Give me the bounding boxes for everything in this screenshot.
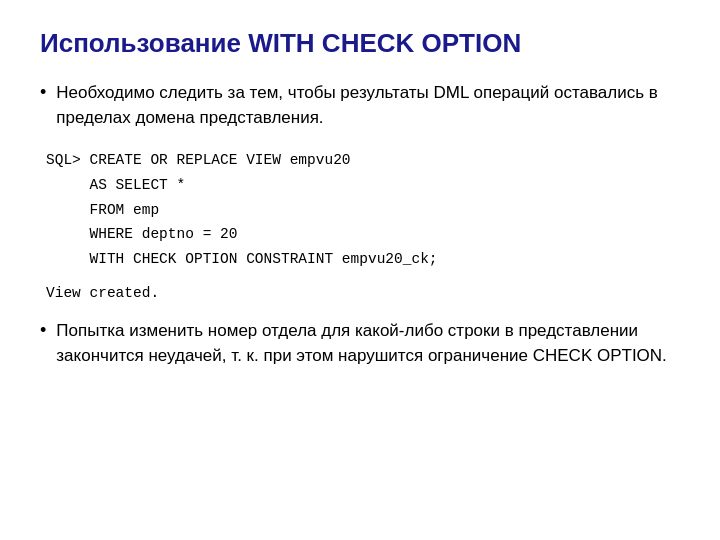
code-line-4: WHERE deptno = 20	[46, 222, 680, 247]
slide: Использование WITH CHECK OPTION • Необхо…	[0, 0, 720, 540]
code-line-1: SQL> CREATE OR REPLACE VIEW empvu20	[46, 148, 680, 173]
bullet-item-1: • Необходимо следить за тем, чтобы резул…	[40, 81, 680, 130]
bullet-icon-2: •	[40, 320, 46, 341]
code-line-3: FROM emp	[46, 198, 680, 223]
content-area: • Необходимо следить за тем, чтобы резул…	[40, 81, 680, 381]
bullet-text-1: Необходимо следить за тем, чтобы результ…	[56, 81, 680, 130]
code-block: SQL> CREATE OR REPLACE VIEW empvu20 AS S…	[40, 148, 680, 271]
code-line-2: AS SELECT *	[46, 173, 680, 198]
view-created-text: View created.	[40, 285, 680, 301]
bullet-icon-1: •	[40, 82, 46, 103]
slide-title: Использование WITH CHECK OPTION	[40, 28, 680, 59]
bullet-item-2: • Попытка изменить номер отдела для како…	[40, 319, 680, 368]
bullet-text-2: Попытка изменить номер отдела для какой-…	[56, 319, 680, 368]
code-line-5: WITH CHECK OPTION CONSTRAINT empvu20_ck;	[46, 247, 680, 272]
